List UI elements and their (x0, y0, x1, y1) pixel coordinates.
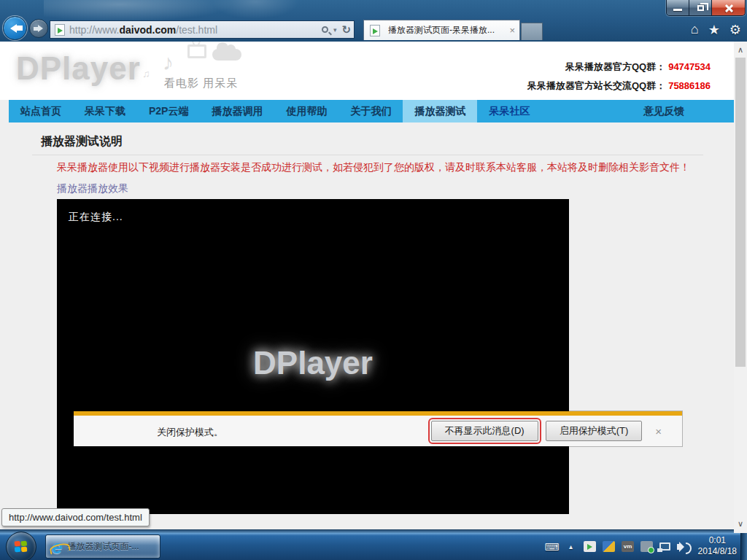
enable-protected-mode-button[interactable]: 启用保护模式(T) (546, 421, 643, 441)
nav-item-player-api[interactable]: 播放器调用 (200, 100, 274, 122)
ie-icon: e (52, 537, 62, 556)
qq-admin-group-number: 75886186 (668, 80, 711, 91)
qq-contact-block: 呆呆播放器官方QQ群：94747534 呆呆播放器官方站长交流QQ群：75886… (527, 58, 711, 96)
close-button[interactable] (712, 0, 745, 15)
taskbar: e 播放器测试页面-... ⌨ ▴ vm 0:01 2014/8/18 (0, 533, 747, 560)
url-path: /test.html (176, 24, 217, 36)
show-desktop-button[interactable] (740, 533, 747, 560)
page-title: 播放器测试说明 (41, 134, 123, 149)
qq-group-number: 94747534 (668, 61, 711, 72)
vertical-scrollbar[interactable]: ∧ ∨ (734, 42, 747, 533)
tab-title: 播放器测试页面-呆呆播放... (388, 24, 506, 36)
divider (32, 155, 703, 155)
update-tray-icon[interactable] (603, 541, 615, 552)
video-player[interactable]: 正在连接... DPlayer (57, 199, 569, 514)
copyright-notice: 呆呆播放器使用以下视频进行播放器安装是否成功进行测试，如若侵犯到了您的版权，请及… (57, 161, 699, 174)
player-watermark: DPlayer (57, 345, 569, 381)
site-logo[interactable]: DPlayer (16, 50, 141, 87)
notification-buttons: 不再显示此消息(D) 启用保护模式(T) × (431, 421, 662, 441)
back-arrow-icon (10, 24, 17, 33)
browser-tab[interactable]: 播放器测试页面-呆呆播放... × (363, 20, 520, 40)
clock-date: 2014/8/18 (698, 546, 737, 557)
browser-titlebar: http://www.daivod.com/test.html ▾ ↻ 播放器测… (0, 0, 747, 42)
nav-item-player-test[interactable]: 播放器测试 (403, 100, 477, 122)
url-prefix: http://www. (69, 24, 119, 36)
forward-arrow-icon (38, 25, 43, 32)
notification-message: 关闭保护模式。 (157, 426, 223, 439)
nav-item-home[interactable]: 站点首页 (9, 100, 73, 122)
page-favicon (55, 24, 65, 36)
nav-item-about[interactable]: 关于我们 (338, 100, 403, 122)
chevron-down-icon[interactable]: ▾ (333, 26, 337, 34)
nav-item-feedback[interactable]: 意见反馈 (643, 100, 684, 122)
gear-icon[interactable]: ⚙ (729, 22, 741, 38)
tab-favicon (370, 25, 380, 36)
taskbar-ie-button[interactable]: e 播放器测试页面-... (45, 534, 160, 559)
restore-button[interactable] (689, 0, 712, 15)
network-icon[interactable] (659, 542, 670, 551)
keyboard-icon[interactable]: ⌨ (546, 541, 558, 552)
usb-device-icon[interactable] (640, 541, 653, 552)
url-text[interactable]: http://www.daivod.com/test.html (69, 24, 322, 36)
forward-button[interactable] (29, 19, 48, 38)
address-bar-icons: ▾ ↻ (322, 23, 351, 36)
system-tray: ⌨ ▴ vm (546, 533, 681, 560)
taskbar-clock[interactable]: 0:01 2014/8/18 (698, 535, 737, 557)
address-bar[interactable]: http://www.daivod.com/test.html ▾ ↻ (50, 20, 355, 39)
search-icon[interactable] (322, 26, 328, 33)
music-note-small-icon: ♫ (142, 68, 150, 79)
url-domain: daivod.com (119, 24, 176, 36)
scroll-down-icon[interactable]: ∨ (734, 517, 747, 530)
qq-group-label: 呆呆播放器官方QQ群： (565, 61, 665, 72)
new-tab-button[interactable] (521, 23, 543, 40)
page-content: 播放器测试说明 呆呆播放器使用以下视频进行播放器安装是否成功进行测试，如若侵犯到… (0, 122, 734, 533)
qq-admin-group-line: 呆呆播放器官方站长交流QQ群：75886186 (527, 77, 711, 96)
desktop-screen: http://www.daivod.com/test.html ▾ ↻ 播放器测… (0, 0, 747, 560)
windows-logo-icon (15, 541, 28, 553)
clock-time: 0:01 (698, 535, 737, 546)
site-tagline: 看电影 用呆呆 (164, 77, 238, 90)
connecting-status: 正在连接... (69, 211, 123, 224)
tv-icon (187, 44, 206, 58)
window-controls (666, 0, 746, 16)
main-nav: 站点首页 呆呆下载 P2P云端 播放器调用 使用帮助 关于我们 播放器测试 呆呆… (9, 100, 734, 122)
start-button[interactable] (6, 532, 36, 560)
cloud-icon (212, 49, 241, 61)
player-tray-icon[interactable] (584, 541, 596, 552)
nav-item-help[interactable]: 使用帮助 (274, 100, 338, 122)
show-hidden-icons[interactable]: ▴ (565, 541, 577, 552)
protected-mode-notification: 关闭保护模式。 不再显示此消息(D) 启用保护模式(T) × (74, 411, 682, 446)
nav-item-community[interactable]: 呆呆社区 (477, 100, 541, 122)
minimize-icon (673, 9, 682, 11)
scrollbar-thumb[interactable] (735, 58, 746, 367)
close-icon (724, 4, 733, 12)
nav-item-p2p-cloud[interactable]: P2P云端 (137, 100, 200, 122)
minimize-button[interactable] (667, 0, 689, 15)
favorites-star-icon[interactable]: ★ (708, 22, 720, 38)
page-viewport: DPlayer ♪ ♫ 看电影 用呆呆 呆呆播放器官方QQ群：94747534 … (0, 42, 734, 533)
restore-icon (697, 5, 704, 11)
vmware-tray-icon[interactable]: vm (622, 541, 634, 552)
qq-admin-group-label: 呆呆播放器官方站长交流QQ群： (527, 80, 665, 91)
site-header: DPlayer ♪ ♫ 看电影 用呆呆 呆呆播放器官方QQ群：94747534 … (0, 42, 734, 100)
player-effect-link[interactable]: 播放器播放效果 (57, 182, 128, 195)
link-url-tooltip: http://www.daivod.com/test.html (1, 508, 150, 526)
home-icon[interactable]: ⌂ (691, 22, 699, 38)
music-note-icon: ♪ (163, 50, 174, 75)
taskbar-ie-label: 播放器测试页面-... (67, 540, 139, 553)
refresh-icon[interactable]: ↻ (341, 23, 351, 36)
back-button[interactable] (3, 16, 27, 40)
volume-icon[interactable] (677, 544, 681, 550)
notification-close-icon[interactable]: × (655, 425, 662, 438)
scroll-up-icon[interactable]: ∧ (734, 43, 747, 56)
dismiss-message-button[interactable]: 不再显示此消息(D) (431, 421, 538, 441)
nav-item-download[interactable]: 呆呆下载 (73, 100, 137, 122)
tab-close-icon[interactable]: × (509, 26, 515, 35)
browser-toolbar-icons: ⌂ ★ ⚙ (691, 22, 741, 38)
qq-group-line: 呆呆播放器官方QQ群：94747534 (527, 58, 711, 77)
